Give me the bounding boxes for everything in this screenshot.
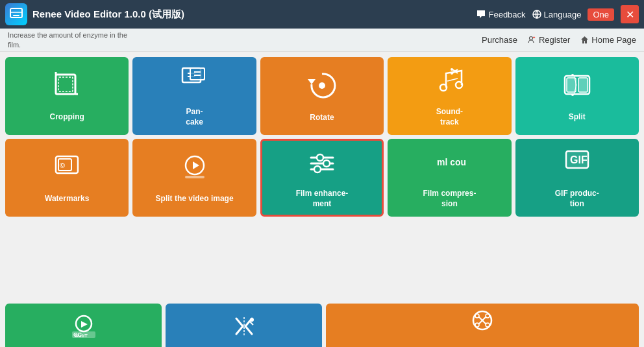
tile-soundtrack[interactable]: Sound-track	[388, 57, 511, 135]
film-enhance-label: Film enhance-ment	[296, 189, 349, 209]
gif-label: GIF produc-tion	[555, 189, 599, 209]
svg-point-52	[475, 314, 479, 318]
tile-film-compress[interactable]: ml country 1m Film compres-sion	[388, 139, 511, 217]
soundtrack-label: Sound-track	[436, 107, 463, 127]
svg-point-36	[323, 160, 330, 167]
language-button[interactable]: Language	[532, 10, 582, 19]
mirror-icon	[231, 313, 257, 345]
subtitle-text: Increase the amount of enzyme in the fil…	[8, 30, 138, 49]
main-grid: Cropping Pan-cake Rotate	[0, 52, 644, 304]
purchase-link[interactable]: Purchase	[482, 35, 517, 45]
music-icon	[433, 64, 465, 103]
tile-rotate[interactable]: Rotate	[260, 57, 384, 135]
svg-rect-11	[190, 68, 204, 80]
svg-rect-22	[567, 78, 576, 92]
svg-point-20	[451, 72, 453, 75]
svg-point-3	[529, 37, 532, 40]
rotate-label: Rotate	[310, 113, 334, 123]
split-icon	[561, 69, 593, 108]
tile-pancake[interactable]: Pan-cake	[132, 57, 256, 135]
svg-point-54	[475, 323, 479, 327]
close-button[interactable]: ✕	[621, 5, 639, 23]
rotate-icon	[305, 69, 339, 109]
svg-point-25	[571, 93, 574, 96]
bottom-row: CC SubT SubtitleText Mirror Speed Regula…	[0, 304, 644, 347]
one-badge[interactable]: One	[588, 8, 614, 21]
svg-text:SubT: SubT	[75, 333, 88, 339]
app-title: Renee Video Editor 1.0.0 (试用版)	[32, 8, 471, 21]
compress-icon: ml country 1m	[433, 146, 465, 185]
register-link[interactable]: Register	[528, 35, 570, 45]
tile-gif[interactable]: GIF GIF produc-tion	[515, 139, 639, 217]
watermark-icon: ©	[51, 151, 83, 190]
svg-marker-15	[308, 79, 316, 84]
titlebar-actions: Feedback Language One ✕	[477, 5, 639, 23]
svg-point-48	[250, 318, 254, 322]
subtitle-bar: Increase the amount of enzyme in the fil…	[0, 29, 644, 52]
svg-rect-23	[578, 78, 588, 92]
subtitle-icon: CC SubT	[71, 313, 97, 345]
svg-point-55	[486, 323, 489, 327]
svg-text:GIF: GIF	[570, 154, 588, 165]
pancake-icon	[179, 64, 211, 103]
svg-marker-30	[193, 162, 199, 169]
app-logo	[5, 3, 27, 25]
nav-links: Purchase Register Home Page	[482, 35, 636, 45]
split-video-icon	[179, 151, 211, 190]
gif-icon: GIF	[561, 146, 593, 185]
tile-watermarks[interactable]: © Watermarks	[5, 139, 129, 217]
film-compress-label: Film compres-sion	[423, 189, 476, 209]
editing-icon	[468, 309, 497, 343]
svg-point-24	[571, 74, 574, 77]
svg-rect-31	[185, 176, 204, 178]
svg-text:©: ©	[60, 162, 65, 169]
crop-icon	[51, 69, 83, 108]
svg-rect-7	[58, 77, 73, 91]
tile-cropping[interactable]: Cropping	[5, 57, 129, 135]
title-bar: Renee Video Editor 1.0.0 (试用版) Feedback …	[0, 0, 644, 29]
split-label: Split	[569, 112, 586, 123]
feedback-button[interactable]: Feedback	[477, 10, 525, 19]
watermarks-label: Watermarks	[45, 194, 89, 204]
tile-editing[interactable]: Advanced editing | Simple editing | Batc…	[326, 304, 639, 347]
svg-point-35	[317, 154, 323, 161]
svg-point-19	[451, 68, 453, 71]
svg-line-47	[249, 321, 253, 325]
svg-point-53	[486, 314, 489, 318]
svg-rect-1	[13, 15, 19, 16]
tile-mirror[interactable]: Mirror Speed Regulation	[166, 304, 322, 347]
enhance-icon	[306, 146, 338, 185]
homepage-link[interactable]: Home Page	[580, 35, 636, 45]
svg-marker-42	[81, 321, 88, 328]
tile-split[interactable]: Split	[515, 57, 639, 135]
svg-point-16	[319, 82, 325, 89]
svg-text:ml country 1m: ml country 1m	[437, 157, 465, 167]
tile-split-video[interactable]: Split the video image	[132, 139, 256, 217]
pancake-label: Pan-cake	[186, 107, 203, 127]
split-video-label: Split the video image	[156, 194, 234, 204]
cropping-label: Cropping	[50, 112, 84, 123]
tile-film-enhance[interactable]: Film enhance-ment	[260, 139, 384, 217]
tile-subtitle-text[interactable]: CC SubT SubtitleText	[5, 304, 162, 347]
svg-point-37	[314, 166, 321, 173]
